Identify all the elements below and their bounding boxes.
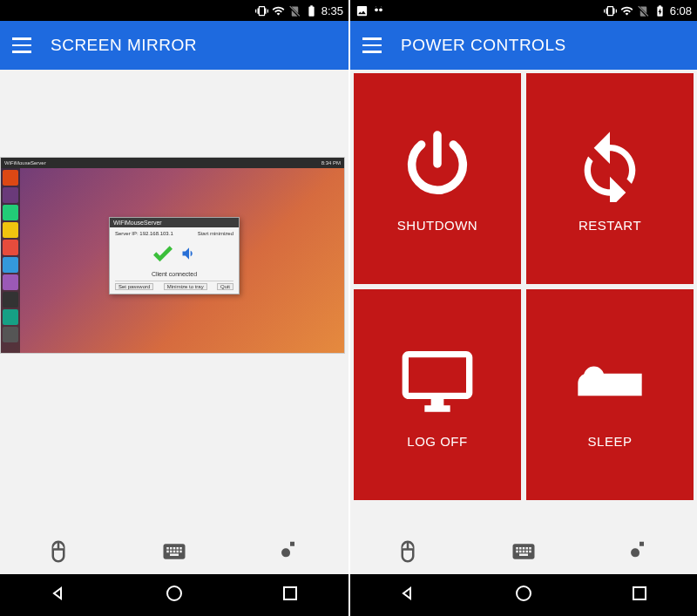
logoff-tile[interactable]: LOG OFF bbox=[354, 289, 521, 500]
menu-button[interactable] bbox=[362, 37, 382, 53]
home-button[interactable] bbox=[138, 574, 211, 616]
keyboard-tab[interactable] bbox=[116, 529, 232, 574]
mirror-content: WiFiMouseServer 8:34 PM WiFiMouseS bbox=[0, 70, 348, 529]
app-bar: SCREEN MIRROR bbox=[0, 21, 348, 70]
android-nav-bar bbox=[350, 574, 697, 616]
home-icon bbox=[513, 583, 534, 604]
phone-screen-mirror: 8:35 SCREEN MIRROR WiFiMouseServer 8:34 … bbox=[0, 0, 348, 616]
wifi-icon bbox=[620, 4, 633, 17]
music-tab[interactable] bbox=[233, 529, 348, 574]
sleep-icon bbox=[572, 342, 648, 418]
tile-label: RESTART bbox=[579, 218, 641, 233]
svg-rect-1 bbox=[284, 587, 296, 599]
mouse-tab[interactable] bbox=[350, 529, 466, 574]
ubuntu-launcher bbox=[1, 168, 20, 353]
back-icon bbox=[48, 583, 69, 604]
image-notif-icon bbox=[355, 4, 369, 17]
page-title: SCREEN MIRROR bbox=[51, 36, 197, 55]
mirrored-desktop[interactable]: WiFiMouseServer 8:34 PM WiFiMouseS bbox=[0, 157, 345, 354]
recents-icon bbox=[629, 583, 650, 604]
music-note-icon bbox=[626, 538, 653, 565]
battery-icon bbox=[305, 4, 318, 17]
svg-point-3 bbox=[379, 8, 382, 11]
bottom-tab-bar bbox=[0, 529, 348, 574]
music-note-icon bbox=[277, 538, 303, 565]
phone-power-controls: 6:08 POWER CONTROLS SHUTDOWN RESTART LOG… bbox=[348, 0, 697, 616]
shutdown-tile[interactable]: SHUTDOWN bbox=[354, 73, 521, 284]
home-button[interactable] bbox=[487, 574, 560, 616]
status-bar: 8:35 bbox=[0, 0, 348, 21]
speaker-icon bbox=[180, 245, 198, 262]
svg-point-2 bbox=[375, 8, 378, 11]
mouse-tab[interactable] bbox=[0, 529, 116, 574]
tile-label: SHUTDOWN bbox=[397, 218, 477, 233]
recents-button[interactable] bbox=[254, 574, 327, 616]
restart-tile[interactable]: RESTART bbox=[526, 73, 694, 284]
back-icon bbox=[397, 583, 418, 604]
status-time: 6:08 bbox=[670, 4, 692, 17]
power-icon bbox=[399, 125, 476, 202]
server-dialog: WiFiMouseServer Server IP: 192.168.103.1… bbox=[109, 217, 240, 294]
monitor-icon bbox=[399, 342, 476, 418]
mouse-icon bbox=[395, 538, 421, 565]
status-bar: 6:08 bbox=[350, 0, 697, 21]
recents-button[interactable] bbox=[603, 574, 676, 616]
back-button[interactable] bbox=[371, 574, 444, 616]
start-minimized-label: Start minimized bbox=[198, 231, 233, 236]
menu-button[interactable] bbox=[12, 37, 31, 53]
tile-label: SLEEP bbox=[588, 434, 633, 449]
connection-status: Client connected bbox=[152, 271, 197, 277]
set-password-button[interactable]: Set password bbox=[115, 283, 153, 290]
svg-rect-6 bbox=[633, 587, 646, 599]
status-time: 8:35 bbox=[321, 4, 343, 17]
sleep-tile[interactable]: SLEEP bbox=[526, 289, 694, 500]
keyboard-tab[interactable] bbox=[466, 529, 582, 574]
music-tab[interactable] bbox=[581, 529, 697, 574]
vibrate-icon bbox=[255, 4, 268, 17]
dialog-title: WiFiMouseServer bbox=[110, 218, 239, 227]
battery-charging-icon bbox=[653, 4, 667, 17]
server-ip: Server IP: 192.168.103.1 bbox=[115, 231, 173, 236]
tile-label: LOG OFF bbox=[407, 434, 467, 449]
vibrate-icon bbox=[604, 4, 617, 17]
bottom-tab-bar bbox=[350, 529, 697, 574]
minimize-button[interactable]: Minimize to tray bbox=[164, 283, 207, 290]
mouse-icon bbox=[45, 538, 71, 565]
keyboard-icon bbox=[511, 538, 537, 565]
no-sim-icon bbox=[288, 4, 301, 17]
svg-point-5 bbox=[517, 586, 531, 600]
back-button[interactable] bbox=[22, 574, 95, 616]
power-content: SHUTDOWN RESTART LOG OFF SLEEP bbox=[350, 70, 697, 529]
home-icon bbox=[164, 583, 185, 604]
keyboard-icon bbox=[161, 538, 187, 565]
recents-icon bbox=[280, 583, 301, 604]
wifi-icon bbox=[272, 4, 285, 17]
page-title: POWER CONTROLS bbox=[401, 36, 566, 55]
desktop-clock: 8:34 PM bbox=[321, 160, 341, 166]
svg-point-0 bbox=[167, 586, 181, 600]
checkmark-icon bbox=[151, 241, 175, 266]
cyanogen-icon bbox=[372, 4, 385, 17]
no-sim-icon bbox=[637, 4, 650, 17]
desktop-app-name: WiFiMouseServer bbox=[4, 160, 46, 166]
app-bar: POWER CONTROLS bbox=[350, 21, 697, 70]
android-nav-bar bbox=[0, 574, 348, 616]
restart-icon bbox=[572, 125, 648, 202]
quit-button[interactable]: Quit bbox=[217, 283, 233, 290]
